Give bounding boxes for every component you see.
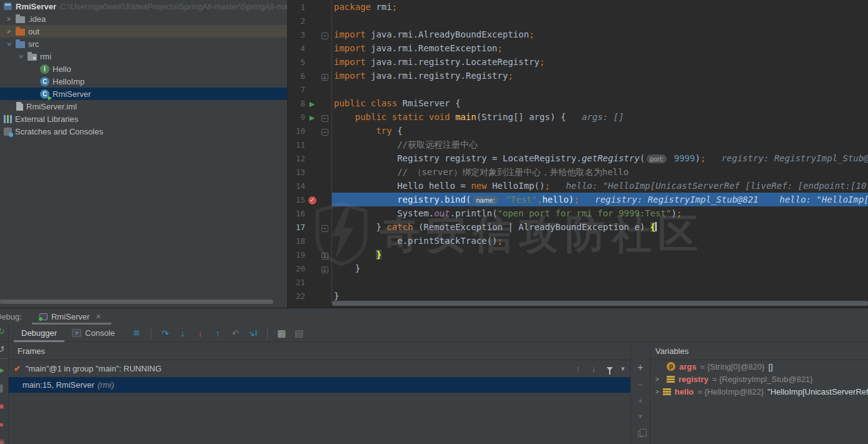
chevron-right-icon[interactable]: > bbox=[655, 388, 659, 395]
run-method-icon[interactable]: ▶ bbox=[310, 100, 315, 108]
editor-horizontal-scrollbar[interactable] bbox=[332, 301, 868, 306]
variable-row-registry[interactable]: >registry= {RegistryImpl_Stub@821} bbox=[650, 373, 868, 385]
code-line-21[interactable]: 21 bbox=[288, 275, 868, 289]
code-text[interactable]: System.out.println("open port for rmi fo… bbox=[331, 206, 868, 220]
force-step-into-icon[interactable]: ↓ bbox=[193, 326, 208, 340]
gutter[interactable]: 21 bbox=[288, 275, 331, 289]
prev-frame-icon[interactable]: ↑ bbox=[570, 364, 586, 373]
code-text[interactable] bbox=[331, 275, 868, 289]
run-to-cursor-icon[interactable]: ↘I bbox=[245, 326, 261, 340]
gutter[interactable]: 22 bbox=[288, 289, 331, 303]
code-text[interactable] bbox=[331, 83, 868, 96]
move-up-icon[interactable]: ▲ bbox=[638, 395, 643, 406]
tree-item-src[interactable]: >src bbox=[0, 38, 287, 50]
tab-debugger[interactable]: Debugger bbox=[14, 325, 64, 342]
code-line-7[interactable]: 7 bbox=[288, 83, 868, 96]
code-line-16[interactable]: 16 System.out.println("open port for rmi… bbox=[288, 206, 868, 220]
project-root-row[interactable]: RmiServer C:\Users\ga0weI03\IdeaProjects… bbox=[0, 0, 287, 13]
code-text[interactable]: Hello hello = new HelloImp(); hello: "He… bbox=[331, 179, 868, 193]
gutter[interactable]: 19⊥ bbox=[288, 248, 331, 261]
code-text[interactable]: import java.rmi.AlreadyBoundException; bbox=[331, 28, 868, 41]
gutter[interactable]: 6⊥ bbox=[288, 69, 331, 83]
gutter[interactable]: 12 bbox=[288, 151, 331, 165]
gutter[interactable]: 11 bbox=[288, 138, 331, 151]
code-line-5[interactable]: 5import java.rmi.registry.LocateRegistry… bbox=[288, 55, 868, 69]
pause-icon[interactable]: ∥ bbox=[0, 381, 8, 395]
fold-open-icon[interactable]: − bbox=[321, 129, 328, 136]
gutter[interactable]: 5 bbox=[288, 55, 331, 69]
fold-open-icon[interactable]: − bbox=[321, 115, 328, 122]
chevron-down-icon[interactable]: > bbox=[18, 53, 24, 60]
breakpoint-icon[interactable]: ✓ bbox=[308, 196, 316, 204]
gutter[interactable]: 3− bbox=[288, 28, 331, 41]
code-line-12[interactable]: 12 Registry registry = LocateRegistry.ge… bbox=[288, 151, 868, 165]
edit-configuration-icon[interactable]: ↺ bbox=[0, 343, 8, 356]
code-text[interactable]: } bbox=[331, 248, 868, 261]
code-line-4[interactable]: 4import java.rmi.RemoteException; bbox=[288, 41, 868, 55]
chevron-down-icon[interactable]: ▾ bbox=[618, 365, 628, 373]
gutter[interactable]: 18 bbox=[288, 234, 331, 248]
code-line-20[interactable]: 20⊥ } bbox=[288, 261, 868, 275]
code-line-15[interactable]: 15✓ registry.bind(name: "Test",hello); r… bbox=[288, 193, 868, 206]
code-text[interactable] bbox=[331, 14, 868, 28]
variable-row-hello[interactable]: >hello= {HelloImp@822} "HelloImp[Unicast… bbox=[650, 385, 868, 398]
copy-icon[interactable] bbox=[638, 427, 643, 438]
fold-end-icon[interactable]: ⊥ bbox=[321, 266, 328, 273]
view-breakpoints-icon[interactable]: ● bbox=[0, 418, 8, 431]
fold-open-icon[interactable]: − bbox=[321, 225, 328, 232]
chevron-right-icon[interactable]: > bbox=[5, 16, 13, 23]
gutter[interactable]: 16 bbox=[288, 206, 331, 220]
fold-open-icon[interactable]: − bbox=[321, 33, 328, 39]
code-text[interactable]: registry.bind(name: "Test",hello); regis… bbox=[331, 193, 868, 206]
step-over-icon[interactable]: ↷ bbox=[158, 326, 173, 340]
gutter[interactable]: 1 bbox=[288, 0, 331, 14]
rerun-icon[interactable]: ↻ bbox=[0, 325, 8, 338]
code-text[interactable]: // （server）绑定对象到注册中心，并给他取名为hello bbox=[331, 165, 868, 179]
fold-end-icon[interactable]: ⊥ bbox=[321, 74, 328, 81]
gutter[interactable]: 4 bbox=[288, 41, 331, 55]
gutter[interactable]: 9▶− bbox=[288, 110, 331, 124]
chevron-down-icon[interactable]: > bbox=[6, 40, 13, 48]
filter-icon[interactable] bbox=[607, 367, 613, 371]
chevron-right-icon[interactable]: > bbox=[5, 28, 13, 35]
drop-frame-icon[interactable]: ↶ bbox=[228, 326, 243, 340]
fold-end-icon[interactable]: ⊥ bbox=[321, 253, 328, 260]
code-text[interactable]: try { bbox=[331, 124, 868, 138]
code-line-17[interactable]: 17− } catch (RemoteException | AlreadyBo… bbox=[288, 220, 868, 234]
remove-watch-icon[interactable]: − bbox=[638, 378, 643, 390]
close-tab-icon[interactable]: × bbox=[96, 311, 101, 321]
resume-icon[interactable]: ▶ bbox=[0, 363, 8, 377]
code-line-2[interactable]: 2 bbox=[288, 14, 868, 28]
gutter[interactable]: 17− bbox=[288, 220, 331, 234]
debug-session-tab[interactable]: RmiServer × bbox=[39, 311, 101, 321]
gutter[interactable]: 14 bbox=[288, 179, 331, 193]
tree-item-rmi[interactable]: >rmi bbox=[0, 50, 287, 63]
stop-icon[interactable]: ■ bbox=[0, 400, 8, 413]
code-text[interactable]: Registry registry = LocateRegistry.getRe… bbox=[331, 151, 868, 165]
code-line-3[interactable]: 3−import java.rmi.AlreadyBoundException; bbox=[288, 28, 868, 41]
step-into-icon[interactable]: ↓ bbox=[175, 326, 191, 340]
tree-item-scratches-and-consoles[interactable]: Scratches and Consoles bbox=[0, 125, 287, 138]
code-text[interactable]: //获取远程注册中心 bbox=[331, 138, 868, 151]
code-editor[interactable]: 1package rmi;23−import java.rmi.AlreadyB… bbox=[288, 0, 868, 308]
tree-item-rmiserver-iml[interactable]: RmiServer.iml bbox=[0, 100, 287, 113]
code-line-9[interactable]: 9▶− public static void main(String[] arg… bbox=[288, 110, 868, 124]
variable-row-args[interactable]: pargs= {String[0]@820} [] bbox=[650, 360, 868, 373]
tree-item-rmiserver[interactable]: C▶RmiServer bbox=[0, 88, 287, 100]
stack-frame-item[interactable]: main:15, RmiServer (rmi) bbox=[9, 377, 630, 393]
tree-item-out[interactable]: >out bbox=[0, 25, 287, 38]
move-down-icon[interactable]: ▼ bbox=[638, 411, 643, 422]
gutter[interactable]: 10− bbox=[288, 124, 331, 138]
code-text[interactable]: import java.rmi.RemoteException; bbox=[331, 41, 868, 55]
code-text[interactable]: } catch (RemoteException | AlreadyBoundE… bbox=[331, 220, 868, 234]
gutter[interactable]: 20⊥ bbox=[288, 261, 331, 275]
add-watch-icon[interactable]: + bbox=[637, 362, 643, 373]
mute-breakpoints-icon[interactable]: ◉ bbox=[0, 435, 8, 444]
step-out-icon[interactable]: ↑ bbox=[210, 326, 226, 340]
tree-item-hello[interactable]: IHello bbox=[0, 63, 287, 75]
next-frame-icon[interactable]: ↓ bbox=[586, 364, 602, 373]
code-text[interactable]: import java.rmi.registry.Registry; bbox=[331, 69, 868, 83]
code-text[interactable]: public static void main(String[] args) {… bbox=[331, 110, 868, 124]
code-text[interactable]: public class RmiServer { bbox=[331, 96, 868, 110]
code-line-11[interactable]: 11 //获取远程注册中心 bbox=[288, 138, 868, 151]
